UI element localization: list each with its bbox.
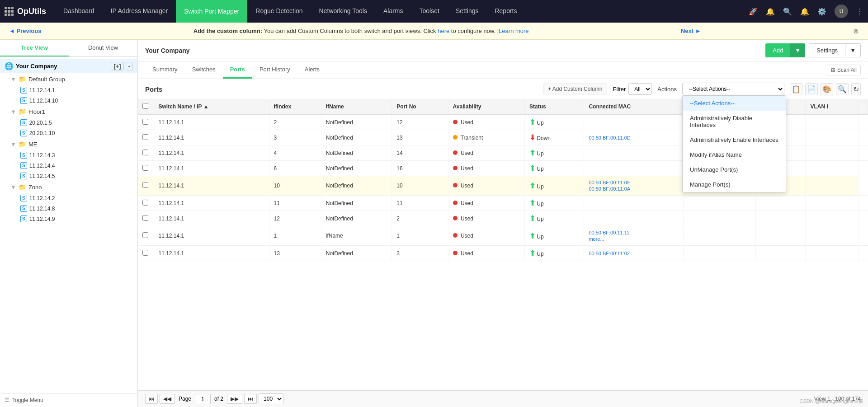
sidebar-group-me[interactable]: ▼ 📁 ME [7, 138, 137, 150]
tab-alerts[interactable]: Alerts [297, 61, 327, 79]
bell-outline-icon[interactable]: 🔔 [766, 7, 775, 16]
col-ifname[interactable]: ifName [321, 99, 392, 114]
mac-link[interactable]: 00:50:BF:00:11:0D [589, 135, 630, 140]
tab-port-history[interactable]: Port History [252, 61, 297, 79]
sidebar-node-11-12-14-1[interactable]: S 11.12.14.1 [7, 85, 137, 95]
action-option-select[interactable]: --Select Actions-- [683, 96, 786, 111]
search-table-icon[interactable]: 🔍 [836, 83, 849, 95]
cell-dns [756, 211, 806, 226]
add-dropdown-btn[interactable]: ▼ [790, 43, 805, 57]
nav-item-toolset[interactable]: Toolset [411, 0, 448, 23]
nav-item-settings[interactable]: Settings [448, 0, 487, 23]
tab-ports[interactable]: Ports [223, 61, 252, 79]
row-checkbox[interactable] [142, 250, 148, 256]
first-page-btn[interactable]: ⏮ [145, 394, 158, 404]
row-checkbox[interactable] [142, 134, 148, 140]
action-option-manage[interactable]: Manage Port(s) [683, 177, 786, 192]
row-checkbox[interactable] [142, 200, 148, 206]
sidebar-group-floor1[interactable]: ▼ 📁 Floor1 [7, 106, 137, 117]
page-input[interactable] [195, 394, 211, 404]
gear-icon[interactable]: ⚙️ [817, 7, 826, 16]
nav-item-reports[interactable]: Reports [486, 0, 525, 23]
sidebar-node-11-12-14-4[interactable]: S 11.12.14.4 [7, 160, 137, 171]
col-port-no[interactable]: Port No [392, 99, 448, 114]
sidebar-node-11-12-14-3[interactable]: S 11.12.14.3 [7, 150, 137, 160]
actions-select[interactable]: --Select Actions-- Administratively Disa… [682, 83, 784, 95]
nav-item-dashboard[interactable]: Dashboard [55, 0, 103, 23]
refresh-icon[interactable]: ↻ [851, 83, 861, 95]
learn-more-link[interactable]: Learn more [499, 28, 528, 34]
row-checkbox[interactable] [142, 165, 148, 171]
alert-icon[interactable]: 🔔 [800, 7, 809, 16]
tab-switches[interactable]: Switches [185, 61, 223, 79]
more-link[interactable]: more... [589, 236, 604, 242]
sidebar-group-zoho[interactable]: ▼ 📁 Zoho [7, 181, 137, 193]
sidebar-node-20-20-1-5[interactable]: S 20.20.1.5 [7, 117, 137, 128]
notification-close-btn[interactable]: ⊗ [853, 27, 859, 35]
cell-vlan [806, 114, 859, 130]
scan-all-btn[interactable]: ⊞ Scan All [827, 65, 861, 75]
next-page-btn[interactable]: ▶▶ [227, 394, 242, 404]
sidebar-node-11-12-14-8[interactable]: S 11.12.14.8 [7, 203, 137, 214]
col-ifindex[interactable]: ifIndex [269, 99, 321, 114]
sidebar-node-11-12-14-9[interactable]: S 11.12.14.9 [7, 214, 137, 224]
nav-item-ip-address-manager[interactable]: IP Address Manager [103, 0, 176, 23]
select-all-checkbox[interactable] [142, 103, 148, 109]
col-availability[interactable]: Availability [448, 99, 524, 114]
prev-notification-btn[interactable]: ◄ Previous [9, 28, 41, 34]
row-checkbox[interactable] [142, 215, 148, 221]
page-size-select[interactable]: 100 [259, 393, 283, 404]
export-csv-icon[interactable]: 📋 [790, 83, 802, 95]
export-pdf-icon[interactable]: 📄 [805, 83, 818, 95]
collapse-btn[interactable]: - [126, 62, 133, 70]
nav-item-rogue-detection[interactable]: Rogue Detection [247, 0, 311, 23]
mac-link[interactable]: 00:50:BF:00:11:12 [589, 230, 630, 235]
user-avatar[interactable]: U [835, 5, 848, 18]
rocket-icon[interactable]: 🚀 [749, 7, 758, 16]
action-option-unmanage[interactable]: UnManage Port(s) [683, 162, 786, 177]
sidebar-node-11-12-14-5[interactable]: S 11.12.14.5 [7, 171, 137, 181]
row-checkbox[interactable] [142, 150, 148, 155]
toggle-menu-btn[interactable]: ☰ Toggle Menu [0, 393, 137, 407]
settings-dropdown-btn[interactable]: ▼ [845, 43, 861, 57]
settings-btn[interactable]: Settings [809, 43, 845, 57]
color-grid-icon[interactable]: 🎨 [821, 83, 833, 95]
donut-view-tab[interactable]: Donut View [69, 40, 137, 56]
sidebar-group-default group[interactable]: ▼ 📁 Default Group [7, 73, 137, 85]
nav-item-switch-port-mapper[interactable]: Switch Port Mapper [176, 0, 247, 23]
action-option-modify[interactable]: Modify ifAlias Name [683, 147, 786, 162]
row-checkbox[interactable] [142, 232, 148, 238]
filter-select[interactable]: All [628, 83, 652, 95]
row-checkbox-cell [138, 114, 154, 130]
cell-ifindex: 2 [269, 114, 321, 130]
col-switch-ip[interactable]: Switch Name / IP ▲ [154, 99, 269, 114]
mac-link[interactable]: 00:50:BF:00:11:0A [589, 186, 630, 192]
add-custom-col-btn[interactable]: + Add Custom Column [543, 84, 607, 94]
prev-page-btn[interactable]: ◀◀ [160, 394, 175, 404]
mac-link[interactable]: 00:50:BF:00:11:09 [589, 180, 630, 185]
sidebar-node-20-20-1-10[interactable]: S 20.20.1.10 [7, 128, 137, 138]
group-label: Default Group [28, 76, 65, 83]
mac-link[interactable]: 00:50:BF:00:11:02 [589, 251, 630, 256]
sidebar-node-11-12-14-2[interactable]: S 11.12.14.2 [7, 193, 137, 203]
col-connected-mac[interactable]: Connected MAC [584, 99, 684, 114]
row-checkbox[interactable] [142, 182, 148, 188]
col-status[interactable]: Status [525, 99, 584, 114]
next-notification-btn[interactable]: Next ► [681, 28, 701, 34]
tree-root-your-company[interactable]: 🌐 Your Company [+] - [0, 59, 137, 73]
notification-link[interactable]: here [438, 28, 449, 34]
last-page-btn[interactable]: ⏭ [244, 394, 257, 404]
action-option-disable[interactable]: Administratively Disable Interfaces [683, 111, 786, 132]
nav-item-alarms[interactable]: Alarms [375, 0, 411, 23]
sidebar-node-11-12-14-10[interactable]: S 11.12.14.10 [7, 95, 137, 106]
tab-summary[interactable]: Summary [145, 61, 185, 79]
add-btn[interactable]: Add [765, 43, 790, 57]
more-options-btn[interactable]: ⋮ [856, 7, 863, 16]
action-option-enable[interactable]: Administratively Enable Interfaces [683, 132, 786, 147]
row-checkbox[interactable] [142, 119, 148, 125]
tree-view-tab[interactable]: Tree View [0, 40, 69, 56]
add-node-btn[interactable]: [+] [111, 62, 123, 70]
search-icon[interactable]: 🔍 [783, 7, 792, 16]
nav-item-networking-tools[interactable]: Networking Tools [311, 0, 375, 23]
col-vlan[interactable]: VLAN I [806, 99, 859, 114]
